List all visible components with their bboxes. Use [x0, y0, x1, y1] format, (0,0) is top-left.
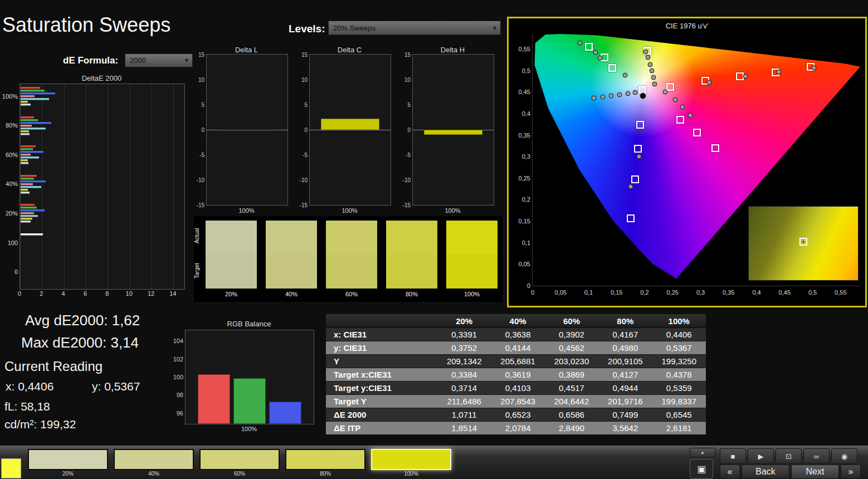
side-controls: ▲ ▣ — [690, 448, 715, 479]
next-chevron-button[interactable]: » — [841, 465, 861, 479]
cell-value: 0,4944 — [598, 382, 652, 395]
rgb-bars — [186, 330, 314, 424]
swatch-label: 60% — [325, 291, 378, 297]
cell-value: 199,3250 — [652, 355, 706, 368]
de-row-label: 100% — [0, 93, 18, 100]
de-bar — [21, 116, 34, 119]
rgb-bar-red — [198, 374, 230, 424]
target-button[interactable]: ◉ — [831, 448, 857, 464]
zero-line — [310, 130, 391, 130]
pattern-patch[interactable]: 60% — [199, 449, 280, 477]
measured-marker — [628, 184, 633, 189]
patch-label: 60% — [199, 471, 280, 477]
target-marker — [631, 175, 639, 183]
de-row: 100% — [20, 84, 184, 114]
cell-value: 0,3619 — [491, 368, 544, 382]
swatch — [265, 220, 318, 289]
patch-color — [199, 449, 280, 470]
table-row: Target x:CIE310,33840,36190,38690,41270,… — [326, 368, 706, 382]
de-bar — [21, 218, 32, 220]
back-chevron-button[interactable]: « — [720, 465, 740, 479]
bottom-bar: 20%40%60%80%100% ▲ ▣ ■▶⊡∞◉ « Back Next » — [0, 446, 868, 479]
de-bar-group — [21, 204, 184, 223]
pattern-window-button[interactable]: ⊡ — [776, 448, 802, 464]
measured-marker — [593, 50, 598, 55]
axis-tick-label: 0 — [18, 290, 21, 297]
pattern-patch[interactable]: 40% — [114, 449, 194, 477]
axis-tick-label: 0,15 — [611, 289, 622, 296]
swatch-strip: Actual Target 20%40%60%80%100% — [194, 216, 503, 302]
play-button[interactable]: ▶ — [748, 448, 774, 464]
de-formula-dropdown[interactable]: 2000 ▼ — [125, 53, 193, 67]
table-row: x: CIE310,33910,36380,39020,41670,4406 — [326, 328, 706, 341]
swatch-label: 20% — [205, 291, 257, 297]
axis-tick-label: 15 — [292, 52, 308, 58]
patch-label: 80% — [285, 471, 365, 477]
de-row-label: 20% — [0, 210, 18, 217]
axis-tick-label: 0,5 — [511, 67, 530, 74]
de-bar — [21, 186, 41, 188]
axis-tick-label: 104 — [168, 338, 183, 344]
up-arrow-icon: ▲ — [700, 450, 705, 455]
cie-plot: 00,050,10,150,20,250,30,350,40,450,50,55… — [532, 34, 860, 286]
axis-tick-label: 10 — [126, 290, 133, 297]
axis-label: 100% — [309, 207, 390, 214]
loop-button[interactable]: ∞ — [803, 448, 830, 464]
axis-tick-label: 5 — [395, 102, 411, 108]
measured-marker — [591, 96, 596, 101]
axis-tick-label: 10 — [292, 77, 308, 83]
next-button[interactable]: Next — [791, 465, 839, 479]
axis-tick-label: 0,4 — [752, 289, 760, 296]
swatch-label: 80% — [386, 291, 438, 297]
swatch — [325, 220, 378, 289]
pattern-patch[interactable]: 20% — [28, 449, 108, 477]
de-bar — [21, 175, 37, 177]
axis-tick-label: 102 — [168, 356, 183, 363]
patch-color — [371, 449, 451, 470]
levels-dropdown[interactable]: 20% Sweeps ▼ — [328, 21, 501, 35]
nav-row: « Back Next » — [720, 465, 861, 479]
pattern-display-button[interactable]: ▣ — [690, 459, 713, 479]
collapse-button[interactable]: ▲ — [690, 448, 715, 457]
axis-tick-label: 2 — [40, 290, 43, 297]
measured-marker — [648, 62, 653, 67]
table-body: x: CIE310,33910,36380,39020,41670,4406y:… — [326, 328, 706, 435]
measured-marker — [608, 94, 613, 99]
axis-tick-label: 0 — [292, 127, 308, 133]
measured-marker — [743, 74, 748, 79]
back-button[interactable]: Back — [742, 465, 789, 479]
de-bar — [21, 95, 35, 97]
swatch-item: 80% — [386, 220, 438, 297]
cell-value: 2,8490 — [545, 422, 598, 435]
de-bar — [21, 98, 49, 100]
cell-value: 204,6442 — [545, 395, 598, 408]
row-label: x: CIE31 — [326, 328, 437, 341]
axis-tick-label: -15 — [292, 202, 308, 208]
pattern-patch[interactable]: 80% — [285, 449, 365, 477]
swatch-actual — [446, 221, 498, 255]
measured-marker — [651, 75, 656, 80]
pattern-patch[interactable]: 100% — [371, 449, 451, 477]
de-formula-dropdown-value: 2000 — [130, 56, 146, 65]
window-icon: ▣ — [697, 463, 706, 475]
levels-dropdown-value: 20% Sweeps — [333, 24, 376, 32]
target-marker — [676, 116, 684, 124]
swatch-actual — [266, 221, 317, 255]
cell-value: 0,3384 — [437, 368, 491, 382]
inset-target-marker — [799, 238, 807, 246]
de-bar — [21, 125, 32, 127]
swatch-item: 60% — [325, 220, 378, 297]
cell-value: 0,4562 — [545, 341, 598, 355]
cell-value: 205,6881 — [491, 355, 544, 368]
delta-chart: 151050-5-10-15 — [412, 54, 494, 206]
cell-value: 3,5642 — [598, 422, 652, 435]
swatch-target — [266, 255, 317, 289]
swatch-target — [326, 255, 377, 289]
cell-value: 1,0711 — [437, 408, 491, 422]
measured-marker — [597, 56, 602, 61]
swatch-row: 20%40%60%80%100% — [205, 220, 498, 297]
current-y-value: y: 0,5367 — [92, 380, 140, 393]
stop-button[interactable]: ■ — [720, 448, 746, 464]
axis-tick-label: 15 — [189, 52, 204, 58]
cie-chart-panel[interactable]: CIE 1976 u'v' 00,050,10,150,20,250,30,35… — [507, 17, 867, 307]
